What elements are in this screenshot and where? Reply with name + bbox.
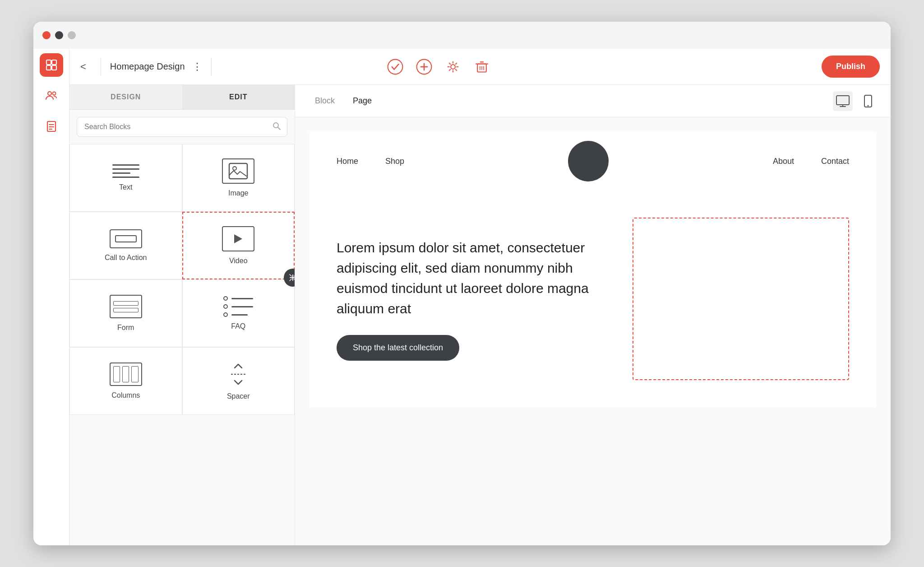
- svg-point-12: [451, 65, 455, 69]
- canvas-preview: Home Shop About Contact: [295, 117, 891, 545]
- tab-block[interactable]: Block: [308, 93, 342, 109]
- svg-point-4: [48, 92, 51, 95]
- app-window: < Homepage Design ⋮: [33, 22, 891, 545]
- page-title: Homepage Design: [110, 61, 185, 72]
- nav-links-right: About Contact: [773, 157, 849, 166]
- video-block-icon: [222, 226, 254, 251]
- cta-block-icon: [110, 229, 142, 248]
- preview-nav: Home Shop About Contact: [310, 132, 876, 191]
- search-bar: [77, 117, 287, 137]
- sidebar-item-layout[interactable]: [40, 53, 63, 77]
- hero-image-placeholder: [633, 218, 849, 380]
- block-columns[interactable]: Columns: [69, 347, 182, 415]
- dot-gray[interactable]: [68, 31, 76, 39]
- nav-about[interactable]: About: [773, 157, 794, 166]
- dot-red[interactable]: [42, 31, 51, 39]
- block-video[interactable]: Video: [182, 212, 295, 279]
- svg-rect-2: [46, 65, 51, 70]
- hero-cta-button[interactable]: Shop the latest collection: [337, 335, 459, 361]
- check-button[interactable]: [385, 57, 405, 77]
- content-area: DESIGN EDIT: [69, 85, 891, 545]
- canvas-area: Block Page: [295, 85, 891, 545]
- block-image-label: Image: [228, 189, 248, 197]
- dot-dark[interactable]: [55, 31, 63, 39]
- app-body: < Homepage Design ⋮: [33, 49, 891, 545]
- block-cta[interactable]: Call to Action: [69, 212, 182, 279]
- block-spacer-label: Spacer: [227, 392, 250, 400]
- block-faq[interactable]: FAQ: [182, 279, 295, 347]
- search-icon: [272, 121, 281, 132]
- add-button[interactable]: [414, 57, 434, 77]
- hero-body-text: Lorem ipsum dolor sit amet, consectetuer…: [337, 237, 605, 319]
- svg-rect-3: [52, 65, 56, 70]
- panel-tabs: DESIGN EDIT: [69, 85, 295, 110]
- svg-line-20: [278, 127, 280, 130]
- hero-text-area: Lorem ipsum dolor sit amet, consectetuer…: [337, 237, 605, 361]
- spacer-block-icon: [226, 362, 251, 387]
- svg-line-25: [290, 274, 291, 276]
- form-block-icon: [110, 295, 142, 318]
- toolbar-divider-2: [211, 58, 212, 76]
- block-text[interactable]: Text: [69, 144, 182, 212]
- canvas-toolbar: Block Page: [295, 85, 891, 117]
- back-button[interactable]: <: [80, 61, 86, 73]
- settings-button[interactable]: [443, 57, 463, 77]
- preview-hero: Lorem ipsum dolor sit amet, consectetuer…: [310, 191, 876, 407]
- nav-links: Home Shop: [337, 157, 404, 166]
- svg-point-10: [388, 59, 403, 74]
- nav-logo: [568, 141, 609, 181]
- block-image[interactable]: Image: [182, 144, 295, 212]
- tab-page[interactable]: Page: [346, 93, 379, 109]
- svg-rect-1: [52, 60, 56, 65]
- block-faq-label: FAQ: [231, 322, 245, 330]
- desktop-view-button[interactable]: [833, 91, 853, 111]
- block-form-label: Form: [117, 324, 134, 332]
- toolbar: < Homepage Design ⋮: [69, 49, 891, 85]
- more-options-button[interactable]: ⋮: [192, 61, 202, 73]
- svg-rect-0: [46, 60, 51, 65]
- svg-point-34: [868, 105, 869, 106]
- search-input[interactable]: [77, 117, 287, 137]
- delete-button[interactable]: [472, 57, 492, 77]
- sidebar-item-users[interactable]: [40, 84, 63, 107]
- main-content: < Homepage Design ⋮: [69, 49, 891, 545]
- image-block-icon: [222, 158, 254, 184]
- mobile-view-button[interactable]: [858, 91, 878, 111]
- tab-edit[interactable]: EDIT: [182, 85, 295, 109]
- svg-line-28: [294, 279, 295, 281]
- titlebar: [33, 22, 891, 49]
- faq-block-icon: [223, 296, 253, 317]
- svg-line-27: [290, 279, 291, 281]
- device-switcher: [833, 91, 878, 111]
- block-form[interactable]: Form: [69, 279, 182, 347]
- svg-point-5: [52, 92, 55, 95]
- block-video-label: Video: [229, 257, 248, 265]
- icon-sidebar: [33, 49, 69, 545]
- text-block-icon: [112, 164, 139, 178]
- block-text-label: Text: [119, 183, 132, 191]
- svg-rect-30: [836, 96, 849, 105]
- block-cta-label: Call to Action: [105, 254, 147, 262]
- block-columns-label: Columns: [111, 391, 140, 400]
- tab-design[interactable]: DESIGN: [69, 85, 182, 109]
- svg-point-22: [233, 167, 236, 170]
- nav-shop[interactable]: Shop: [385, 157, 404, 166]
- sidebar-item-document[interactable]: [40, 115, 63, 138]
- block-spacer[interactable]: Spacer: [182, 347, 295, 415]
- nav-home[interactable]: Home: [337, 157, 358, 166]
- toolbar-divider: [101, 58, 101, 76]
- publish-button[interactable]: Publish: [822, 56, 880, 78]
- nav-contact[interactable]: Contact: [821, 157, 849, 166]
- toolbar-actions: [385, 57, 492, 77]
- svg-rect-21: [229, 163, 247, 179]
- blocks-grid: Text: [69, 144, 295, 415]
- columns-block-icon: [110, 363, 142, 386]
- svg-line-26: [294, 274, 295, 276]
- blocks-panel: DESIGN EDIT: [69, 85, 295, 545]
